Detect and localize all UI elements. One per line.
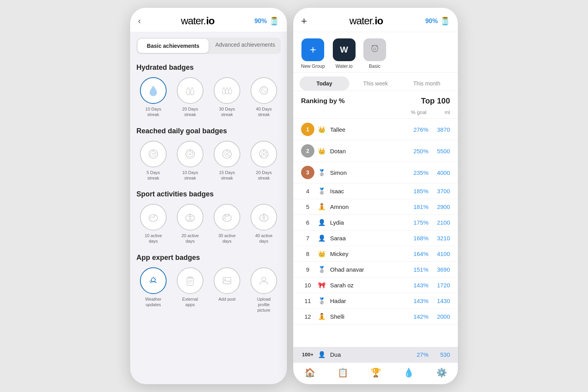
badge-30-days[interactable]: 30 Daysstreak xyxy=(210,77,244,118)
table-row: 7 👤 Saraa 168% 3210 xyxy=(293,230,458,246)
table-row: 12 🧘 Shelli 142% 2000 xyxy=(293,309,458,325)
rank-plain-10: 10 xyxy=(301,282,314,289)
new-group-item[interactable]: + New Group xyxy=(301,38,325,69)
basic-label: Basic xyxy=(369,64,380,69)
svg-line-31 xyxy=(190,219,192,221)
top100-label: Top 100 xyxy=(421,96,450,105)
badge-post[interactable]: Add post xyxy=(210,267,244,313)
svg-point-2 xyxy=(151,151,156,157)
sport-badges: 10 activedays 20 activedays xyxy=(136,204,281,244)
badge-circle-post xyxy=(214,267,240,294)
achievements-tabs: Basic achievements Advanced achievements xyxy=(136,38,281,54)
badge-20-days[interactable]: 20 Daysstreak xyxy=(173,77,207,118)
nav-water[interactable]: 💧 xyxy=(392,368,425,378)
user-name-12: Shelli xyxy=(330,313,405,320)
table-row: 5 🧘 Amnon 181% 2900 xyxy=(293,199,458,215)
left-header-right: 90% 🫙 xyxy=(254,16,279,26)
badge-30-label: 30 Daysstreak xyxy=(219,106,235,118)
table-row: 10 🎀 Sarah oz 143% 1720 xyxy=(293,278,458,293)
user-icon-9: 🥈 xyxy=(317,266,327,273)
table-row: 9 🥈 Ohad anavar 151% 3690 xyxy=(293,262,458,278)
rank-plain-8: 8 xyxy=(301,250,314,257)
user-name-7: Saraa xyxy=(330,235,405,241)
left-header: ‹ water.io 90% 🫙 xyxy=(130,8,287,32)
svg-line-21 xyxy=(266,155,267,156)
user-name-9: Ohad anavar xyxy=(330,266,405,273)
back-button[interactable]: ‹ xyxy=(138,16,141,26)
user-ml-9: 3690 xyxy=(428,266,450,273)
badge-10-daily-label: 10 Daysstreak xyxy=(182,170,198,181)
new-group-icon: + xyxy=(310,44,316,56)
add-button[interactable]: + xyxy=(301,15,307,27)
new-group-circle: + xyxy=(301,38,324,61)
user-name-6: Lydia xyxy=(330,219,405,226)
badge-sport-20[interactable]: 20 activedays xyxy=(173,204,207,244)
user-name-2: Dotan xyxy=(330,148,405,154)
badge-10-daily[interactable]: 10 Daysstreak xyxy=(173,141,207,181)
user-name-4: Isaac xyxy=(330,188,405,194)
user-pct-1: 276% xyxy=(405,126,428,133)
badge-15-daily[interactable]: 15 Daysstreak xyxy=(210,141,244,181)
daily-title: Reached daily goal badges xyxy=(136,127,281,135)
badge-profile[interactable]: Uploadprofilepicture xyxy=(247,267,281,313)
badge-weather[interactable]: Weatherupdates xyxy=(136,267,170,313)
badge-external[interactable]: Externalapps xyxy=(173,267,207,313)
badge-external-label: Externalapps xyxy=(182,296,198,308)
badge-40-label: 40 Daysstreak xyxy=(256,106,272,118)
left-pct: 90% xyxy=(254,18,267,25)
table-row: 6 👤 Lydia 175% 2100 xyxy=(293,215,458,230)
badge-sport-40[interactable]: 40 activedays xyxy=(247,204,281,244)
user-icon-3: 🥈 xyxy=(317,169,327,176)
table-row: 3 🥈 Simon 235% 4000 xyxy=(293,162,458,183)
user-ml-3: 4000 xyxy=(428,169,450,176)
badge-circle-10days xyxy=(140,77,167,104)
left-phone: ‹ water.io 90% 🫙 Basic achievements Adva… xyxy=(130,8,287,384)
badge-sport-30[interactable]: 30 activedays xyxy=(210,204,244,244)
basic-item[interactable]: Basic xyxy=(363,38,386,69)
user-icon-11: 🥈 xyxy=(317,297,327,305)
svg-rect-41 xyxy=(187,278,193,285)
nav-trophy[interactable]: 🏆 xyxy=(359,368,392,378)
badge-40-days[interactable]: 40 Daysstreak xyxy=(247,77,281,118)
user-icon-8: 👑 xyxy=(317,250,327,258)
badge-10-days[interactable]: 10 Daysstreak xyxy=(136,77,170,118)
tab-month[interactable]: This month xyxy=(402,76,452,91)
waterio-circle: W xyxy=(333,38,356,61)
user-pct-8: 164% xyxy=(405,250,428,257)
table-row: 8 👑 Mickey 164% 4100 xyxy=(293,246,458,262)
badge-circle-sport10 xyxy=(140,204,167,230)
user-icon-1: 👑 xyxy=(317,126,327,133)
user-icon-7: 👤 xyxy=(317,234,327,242)
user-pct-11: 143% xyxy=(405,298,428,304)
user-pct-10: 143% xyxy=(405,282,428,289)
new-group-label: New Group xyxy=(301,64,325,69)
user-ml-6: 2100 xyxy=(428,219,450,226)
waterio-item[interactable]: W Water.io xyxy=(333,38,356,69)
user-pct-2: 250% xyxy=(405,148,428,154)
nav-calendar[interactable]: 📋 xyxy=(326,368,359,378)
badge-sport-10[interactable]: 10 activedays xyxy=(136,204,170,244)
rank-badge-1: 1 xyxy=(301,123,314,136)
user-name-3: Simon xyxy=(330,169,405,176)
rank-badge-2: 2 xyxy=(301,144,314,158)
badge-5-days[interactable]: 5 Daysstreak xyxy=(136,141,170,181)
tab-today[interactable]: Today xyxy=(299,76,349,91)
nav-settings[interactable]: ⚙️ xyxy=(425,368,458,378)
rank-plain-5: 5 xyxy=(301,203,314,210)
user-pct-5: 181% xyxy=(405,203,428,210)
user-name-1: Tallee xyxy=(330,126,405,133)
tab-basic[interactable]: Basic achievements xyxy=(138,39,209,53)
tab-week[interactable]: This week xyxy=(351,76,401,91)
col-pct-header: % goal xyxy=(399,109,426,115)
nav-home[interactable]: 🏠 xyxy=(293,368,326,378)
user-icon-4: 🥈 xyxy=(317,187,327,195)
my-user-ml: 530 xyxy=(428,351,450,358)
right-header-right: 90% 🫙 xyxy=(425,16,450,26)
table-row: 4 🥈 Isaac 185% 3700 xyxy=(293,183,458,199)
expert-section: App expert badges Weatherup xyxy=(136,254,281,313)
user-icon-2: 👑 xyxy=(317,147,327,155)
tab-advanced[interactable]: Advanced achievements xyxy=(210,38,281,54)
user-name-8: Mickey xyxy=(330,250,405,257)
badge-20-daily[interactable]: 20 Daysstreak xyxy=(247,141,281,181)
badge-circle-30days xyxy=(214,77,240,104)
